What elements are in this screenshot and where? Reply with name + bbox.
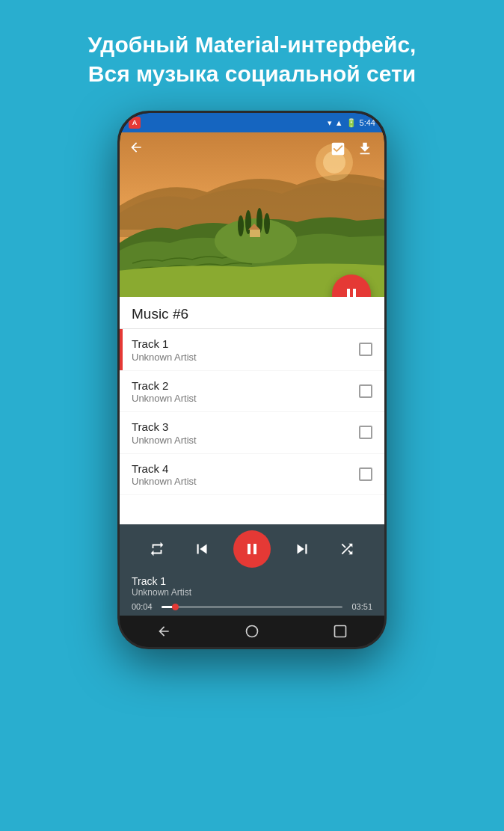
track-item[interactable]: Track 2 Unknown Artist bbox=[120, 371, 384, 413]
svg-point-10 bbox=[247, 626, 258, 637]
track-checkbox[interactable] bbox=[359, 384, 372, 398]
recent-nav-button[interactable] bbox=[322, 616, 358, 647]
now-playing-artist: Unknown Artist bbox=[132, 587, 372, 598]
phone-wrapper: A ▾ ▲ 🔋 5:44 bbox=[0, 111, 504, 649]
toolbar-overlay bbox=[120, 132, 384, 165]
playlist-title: Music #6 bbox=[120, 297, 384, 329]
wifi-icon: ▾ bbox=[328, 118, 332, 128]
previous-button[interactable] bbox=[188, 536, 215, 562]
status-bar: A ▾ ▲ 🔋 5:44 bbox=[120, 113, 384, 132]
now-playing: Track 1 Unknown Artist bbox=[120, 572, 384, 601]
track-item[interactable]: Track 1 Unknown Artist bbox=[120, 329, 384, 371]
progress-fill bbox=[162, 606, 176, 608]
track-list-container: Music #6 Track 1 Unknown Artist Track 2 … bbox=[120, 297, 384, 524]
track-name: Track 4 bbox=[132, 462, 359, 476]
svg-rect-6 bbox=[250, 230, 260, 237]
headline: Удобный Material-интерфейс, Вся музыка с… bbox=[30, 30, 474, 88]
nav-bar bbox=[120, 616, 384, 647]
back-nav-button[interactable] bbox=[146, 616, 182, 647]
track-name: Track 3 bbox=[132, 420, 359, 435]
time-current: 00:04 bbox=[132, 602, 156, 611]
player-bar: Track 1 Unknown Artist 00:04 03:51 bbox=[120, 524, 384, 616]
time-total: 03:51 bbox=[348, 602, 372, 611]
track-artist: Unknown Artist bbox=[132, 352, 359, 363]
shuffle-button[interactable] bbox=[334, 536, 360, 562]
track-checkbox[interactable] bbox=[359, 343, 372, 356]
toolbar-right bbox=[328, 138, 375, 159]
track-info: Track 1 Unknown Artist bbox=[132, 337, 359, 363]
track-info: Track 2 Unknown Artist bbox=[132, 378, 359, 405]
album-art bbox=[120, 132, 384, 297]
download-button[interactable] bbox=[354, 138, 375, 159]
phone-device: A ▾ ▲ 🔋 5:44 bbox=[117, 111, 387, 649]
svg-point-2 bbox=[238, 215, 244, 236]
select-all-button[interactable] bbox=[328, 138, 348, 159]
svg-point-5 bbox=[264, 213, 270, 234]
track-item[interactable]: Track 4 Unknown Artist bbox=[120, 454, 384, 496]
track-artist: Unknown Artist bbox=[132, 476, 359, 487]
track-artist: Unknown Artist bbox=[132, 435, 359, 446]
back-button[interactable] bbox=[129, 140, 144, 159]
play-pause-button[interactable] bbox=[233, 530, 271, 568]
track-info: Track 3 Unknown Artist bbox=[132, 420, 359, 446]
player-controls bbox=[120, 530, 384, 572]
progress-bar[interactable] bbox=[162, 606, 342, 608]
battery-icon: 🔋 bbox=[346, 118, 357, 128]
track-name: Track 2 bbox=[132, 378, 359, 393]
status-right: ▾ ▲ 🔋 5:44 bbox=[328, 118, 375, 128]
now-playing-track: Track 1 bbox=[132, 575, 372, 587]
track-info: Track 4 Unknown Artist bbox=[132, 462, 359, 488]
next-button[interactable] bbox=[289, 536, 316, 562]
track-item[interactable]: Track 3 Unknown Artist bbox=[120, 412, 384, 454]
status-left: A bbox=[129, 117, 141, 129]
track-checkbox[interactable] bbox=[359, 426, 372, 439]
track-artist: Unknown Artist bbox=[132, 393, 359, 404]
svg-rect-11 bbox=[335, 626, 346, 637]
home-nav-button[interactable] bbox=[234, 616, 270, 647]
progress-bar-container: 00:04 03:51 bbox=[120, 601, 384, 613]
track-checkbox[interactable] bbox=[359, 467, 372, 481]
app-icon: A bbox=[129, 117, 141, 129]
header-section: Удобный Material-интерфейс, Вся музыка с… bbox=[0, 0, 504, 111]
time-display: 5:44 bbox=[360, 118, 375, 127]
phone-screen: A ▾ ▲ 🔋 5:44 bbox=[120, 113, 384, 647]
signal-icon: ▲ bbox=[335, 118, 343, 127]
repeat-button[interactable] bbox=[144, 536, 170, 562]
track-name: Track 1 bbox=[132, 337, 359, 352]
